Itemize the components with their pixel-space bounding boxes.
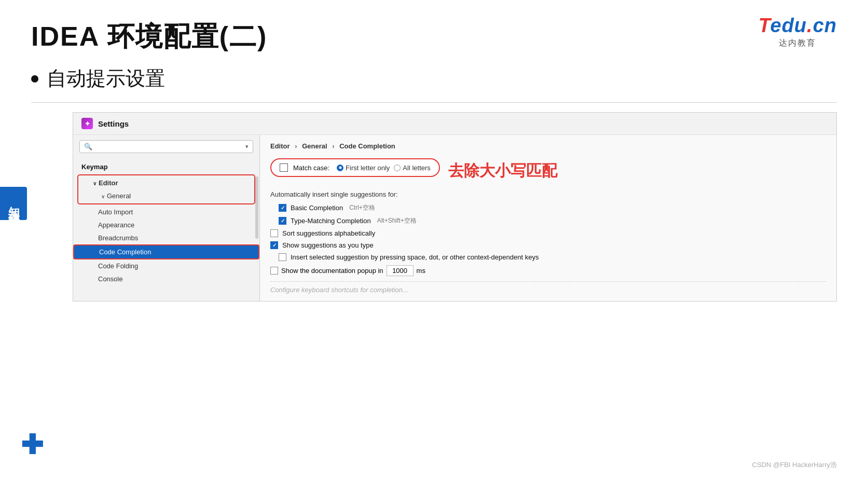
logo-subtitle: 达内教育 bbox=[779, 38, 816, 49]
left-panel: 🔍 ▾ Keymap ∨Editor ∨General bbox=[73, 135, 260, 301]
sidebar-item-general[interactable]: ∨General bbox=[78, 189, 254, 202]
sidebar-item-keymap[interactable]: Keymap bbox=[73, 160, 259, 173]
right-panel: Editor › General › Code Completion Match… bbox=[260, 135, 836, 301]
breadcrumb-code-completion: Code Completion bbox=[339, 142, 395, 150]
sort-alpha-row: Sort suggestions alphabetically bbox=[270, 229, 826, 237]
sidebar-item-appearance[interactable]: Appearance bbox=[73, 218, 259, 231]
sidebar-item-code-completion[interactable]: Code Completion bbox=[73, 244, 259, 259]
search-box[interactable]: 🔍 ▾ bbox=[79, 140, 253, 153]
basic-completion-shortcut: Ctrl+空格 bbox=[349, 203, 375, 212]
sidebar-item-console[interactable]: Console bbox=[73, 272, 259, 285]
search-dropdown-icon: ▾ bbox=[245, 143, 249, 150]
plus-icon: ✚ bbox=[21, 431, 44, 458]
match-case-label: Match case: bbox=[293, 164, 329, 172]
more-content-hint: Configure keyboard shortcuts for complet… bbox=[270, 281, 826, 294]
settings-dialog: ✦ Settings 🔍 ▾ Keymap ∨Editor bbox=[73, 112, 837, 302]
breadcrumb-editor: Editor bbox=[270, 142, 290, 150]
popup-input[interactable] bbox=[387, 265, 414, 276]
popup-row: Show the documentation popup in ms bbox=[270, 265, 826, 276]
basic-completion-row: Basic Completion Ctrl+空格 bbox=[270, 203, 826, 212]
insert-selected-label: Insert selected suggestion by pressing s… bbox=[291, 253, 539, 261]
show-as-you-type-checkbox[interactable] bbox=[270, 241, 278, 249]
radio-first-letter-circle bbox=[337, 165, 343, 171]
radio-all-letters-label: All letters bbox=[403, 164, 430, 172]
insert-selected-checkbox[interactable] bbox=[279, 253, 286, 261]
breadcrumb: Editor › General › Code Completion bbox=[270, 142, 826, 150]
basic-completion-checkbox[interactable] bbox=[279, 204, 286, 212]
sidebar-item-code-folding[interactable]: Code Folding bbox=[73, 259, 259, 272]
sidebar-item-breadcrumbs[interactable]: Breadcrumbs bbox=[73, 231, 259, 244]
match-case-row: Match case: First letter only All letter… bbox=[270, 158, 440, 177]
sort-alpha-label: Sort suggestions alphabetically bbox=[282, 229, 375, 237]
logo-dot: . bbox=[807, 15, 813, 36]
radio-all-letters[interactable]: All letters bbox=[394, 164, 430, 172]
editor-section-box: ∨Editor ∨General bbox=[77, 174, 255, 204]
logo-t: T bbox=[759, 15, 770, 36]
basic-completion-label: Basic Completion bbox=[291, 204, 343, 212]
dialog-titlebar: ✦ Settings bbox=[73, 113, 836, 135]
sort-alpha-checkbox[interactable] bbox=[270, 229, 278, 237]
dialog-body: 🔍 ▾ Keymap ∨Editor ∨General bbox=[73, 135, 836, 301]
radio-all-letters-circle bbox=[394, 165, 401, 171]
match-case-checkbox[interactable] bbox=[280, 163, 288, 172]
logo: Tedu.cn 达内教育 bbox=[759, 15, 837, 49]
type-matching-shortcut: Alt+Shift+空格 bbox=[377, 216, 417, 225]
nav-tree: Keymap ∨Editor ∨General Auto Import Appe… bbox=[73, 158, 259, 301]
type-matching-row: Type-Matching Completion Alt+Shift+空格 bbox=[270, 216, 826, 225]
annotation-text: 去除大小写匹配 bbox=[448, 160, 557, 182]
sidebar-item-auto-import[interactable]: Auto Import bbox=[73, 206, 259, 218]
breadcrumb-sep1: › bbox=[295, 142, 297, 150]
bullet-text: 自动提示设置 bbox=[47, 65, 165, 92]
type-matching-label: Type-Matching Completion bbox=[291, 217, 371, 225]
scrollbar[interactable] bbox=[255, 176, 258, 239]
popup-checkbox[interactable] bbox=[270, 267, 278, 275]
logo-cn: cn bbox=[813, 15, 837, 36]
radio-first-letter[interactable]: First letter only bbox=[337, 164, 390, 172]
dialog-title: Settings bbox=[98, 119, 129, 128]
breadcrumb-sep2: › bbox=[332, 142, 334, 150]
show-as-you-type-label: Show suggestions as you type bbox=[282, 241, 374, 249]
radio-group: First letter only All letters bbox=[337, 164, 431, 172]
show-as-you-type-row: Show suggestions as you type bbox=[270, 241, 826, 249]
bullet-section: 自动提示设置 bbox=[0, 60, 868, 102]
settings-icon: ✦ bbox=[81, 118, 93, 129]
popup-label: Show the documentation popup in bbox=[281, 267, 383, 275]
page-title: IDEA 环境配置(二) bbox=[0, 0, 868, 60]
side-label: 知识讲解 bbox=[0, 187, 27, 220]
divider bbox=[31, 102, 837, 103]
breadcrumb-general: General bbox=[302, 142, 327, 150]
suggestions-label: Automatically insert single suggestions … bbox=[270, 190, 826, 198]
radio-first-letter-label: First letter only bbox=[346, 164, 390, 172]
insert-selected-row: Insert selected suggestion by pressing s… bbox=[270, 253, 826, 261]
type-matching-checkbox[interactable] bbox=[279, 217, 286, 225]
search-input[interactable] bbox=[95, 143, 242, 150]
popup-ms-unit: ms bbox=[417, 267, 425, 275]
logo-edu: edu bbox=[770, 15, 807, 36]
sidebar-item-editor[interactable]: ∨Editor bbox=[78, 176, 254, 189]
search-icon: 🔍 bbox=[84, 143, 92, 150]
footer-note: CSDN @FBI HackerHarry浩 bbox=[752, 460, 837, 470]
bullet-dot bbox=[31, 75, 38, 83]
